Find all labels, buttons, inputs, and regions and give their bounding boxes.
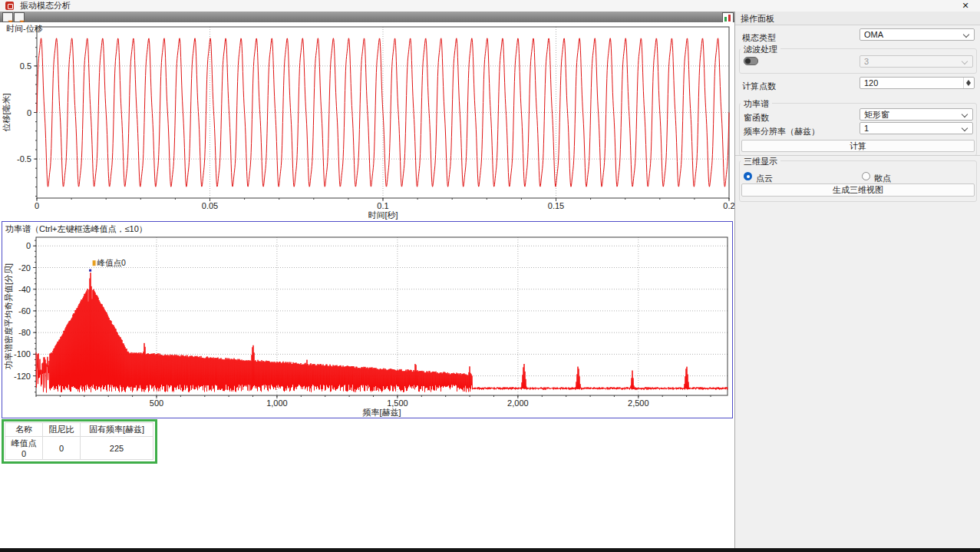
svg-text:0.15: 0.15 [548, 201, 564, 210]
chevron-down-icon [962, 125, 968, 131]
svg-text:2,500: 2,500 [628, 398, 649, 408]
generate-3d-view-button[interactable]: 生成三维视图 [741, 183, 975, 197]
svg-text:位移[毫米]: 位移[毫米] [2, 93, 11, 131]
compute-points-stepper[interactable]: 120 [860, 77, 975, 89]
step-down-icon[interactable] [966, 83, 971, 86]
stepper-arrows[interactable] [963, 78, 974, 88]
modal-type-value: OMA [864, 30, 883, 39]
peak-results-highlight-box: 名称 阻尼比 固有频率[赫兹] 峰值点0 0 225 [2, 419, 157, 464]
svg-text:-20: -20 [18, 263, 31, 273]
svg-text:-80: -80 [18, 328, 31, 337]
cell-natural-frequency[interactable]: 225 [81, 437, 153, 460]
power-spectrum-plot[interactable]: 5001,0001,5002,0002,5000-20-40-60-80-100… [2, 222, 732, 418]
svg-text:-60: -60 [18, 306, 31, 316]
plot-settings-icon[interactable] [722, 12, 734, 23]
freq-resolution-label: 频率分辨率（赫兹） [744, 126, 820, 137]
chevron-down-icon [962, 111, 968, 117]
svg-text:-100: -100 [14, 349, 31, 359]
time-displacement-plot[interactable]: 00.050.10.150.20.50-0.5时间[秒]位移[毫米] [0, 22, 734, 220]
filter-group-label: 滤波处理 [741, 44, 780, 55]
svg-text:时间[秒]: 时间[秒] [368, 210, 398, 220]
svg-text:0.2: 0.2 [723, 201, 734, 210]
col-name: 名称 [5, 423, 43, 437]
close-icon[interactable]: ✕ [957, 0, 974, 12]
scatter-radio[interactable] [862, 172, 870, 180]
compute-button[interactable]: 计算 [741, 140, 975, 152]
table-row[interactable]: 峰值点0 0 225 [5, 437, 153, 460]
chart-area: 时间-位移 00.050.10.150.20.50-0.5时间[秒]位移[毫米]… [0, 22, 734, 548]
svg-text:频率[赫兹]: 频率[赫兹] [362, 408, 401, 417]
operation-panel: 操作面板 模态类型 OMA 滤波处理 3 计算点数 120 功率谱 窗函数 矩形… [734, 12, 980, 552]
col-damping: 阻尼比 [43, 423, 81, 437]
svg-text:1,500: 1,500 [387, 398, 408, 408]
app-icon [5, 2, 14, 10]
display3d-group-label: 三维显示 [741, 156, 780, 167]
time-displacement-chart-panel: 时间-位移 00.050.10.150.20.50-0.5时间[秒]位移[毫米] [0, 22, 734, 220]
app-window: 振动模态分析 ✕ 时间-位移 00.050.10.150.20.50-0.5时间… [0, 0, 980, 552]
peak-results-table: 名称 阻尼比 固有频率[赫兹] 峰值点0 0 225 [5, 422, 153, 460]
window-fn-value: 矩形窗 [864, 110, 889, 119]
cell-peak-name[interactable]: 峰值点0 [5, 437, 43, 460]
svg-text:-0.5: -0.5 [17, 154, 31, 164]
chevron-down-icon [963, 31, 969, 38]
window-fn-label: 窗函数 [744, 112, 769, 124]
time-chart-title: 时间-位移 [6, 23, 43, 35]
table-header-row: 名称 阻尼比 固有频率[赫兹] [5, 423, 153, 437]
scatter-radio-label[interactable]: 散点 [874, 173, 891, 184]
import-data-icon-1[interactable] [2, 12, 13, 22]
svg-text:2,000: 2,000 [507, 398, 529, 408]
svg-text:峰值点0: 峰值点0 [97, 258, 127, 267]
toolbar [0, 12, 734, 23]
pointcloud-radio[interactable] [744, 172, 752, 180]
panel-header: 操作面板 [735, 12, 980, 25]
filter-order-value: 3 [864, 57, 869, 66]
bottom-edge-strip [0, 548, 980, 552]
toggle-knob-icon [745, 58, 751, 64]
svg-text:-40: -40 [18, 285, 31, 294]
filter-order-select[interactable]: 3 [860, 55, 973, 68]
svg-text:0: 0 [26, 241, 31, 250]
svg-text:1,000: 1,000 [266, 398, 288, 408]
svg-text:功率谱密度平均奇异值[分贝]: 功率谱密度平均奇异值[分贝] [4, 263, 13, 369]
modal-type-label: 模态类型 [742, 32, 776, 44]
col-frequency: 固有频率[赫兹] [81, 423, 153, 437]
power-spectrum-chart-panel: 功率谱（Ctrl+左键框选峰值点，≤10） 5001,0001,5002,000… [2, 221, 733, 418]
filter-toggle[interactable] [744, 57, 758, 65]
chevron-down-icon [962, 58, 968, 64]
freq-resolution-select[interactable]: 1 [860, 122, 973, 134]
svg-text:0.5: 0.5 [20, 61, 31, 71]
modal-type-select[interactable]: OMA [860, 28, 975, 41]
svg-text:0: 0 [27, 108, 31, 117]
compute-points-value: 120 [864, 78, 878, 88]
freq-resolution-value: 1 [864, 124, 869, 133]
window-fn-select[interactable]: 矩形窗 [860, 108, 973, 121]
import-data-icon-2[interactable] [14, 12, 25, 22]
pointcloud-radio-label[interactable]: 点云 [756, 173, 773, 184]
cell-damping-ratio[interactable]: 0 [43, 437, 81, 460]
title-bar: 振动模态分析 ✕ [0, 0, 980, 12]
panel-title: 操作面板 [741, 13, 774, 25]
compute-points-label: 计算点数 [742, 81, 776, 92]
svg-text:0.1: 0.1 [377, 201, 388, 210]
spectrum-chart-title: 功率谱（Ctrl+左键框选峰值点，≤10） [5, 223, 147, 235]
svg-text:0: 0 [35, 201, 39, 210]
window-title: 振动模态分析 [20, 1, 71, 11]
svg-text:0.05: 0.05 [202, 201, 218, 210]
svg-text:500: 500 [150, 398, 163, 408]
power-spectrum-group-label: 功率谱 [741, 98, 772, 110]
svg-text:-120: -120 [14, 372, 31, 381]
